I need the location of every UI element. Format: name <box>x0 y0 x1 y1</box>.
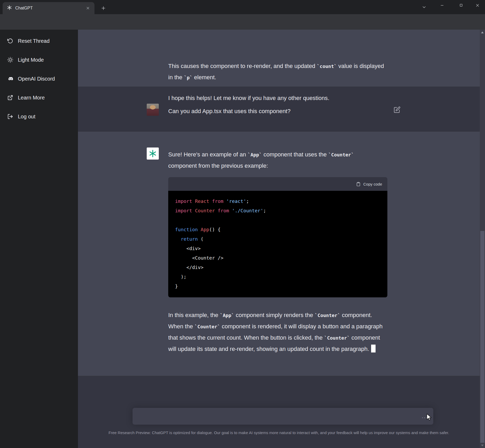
user-message: Can you add App.tsx that uses this compo… <box>78 87 480 131</box>
chat-main: This causes the component to re-render, … <box>78 30 480 448</box>
sidebar-item-learn-more[interactable]: Learn More <box>0 91 78 104</box>
streaming-cursor <box>371 345 376 352</box>
logout-icon <box>7 114 13 119</box>
copy-code-label: Copy code <box>363 182 382 186</box>
message-paragraph: Sure! Here's an example of an `App` comp… <box>168 149 384 171</box>
sidebar-item-openai-discord[interactable]: OpenAI Discord <box>0 72 78 85</box>
discord-icon <box>7 76 13 82</box>
message-text: Can you add App.tsx that uses this compo… <box>168 106 384 117</box>
scrollbar-up-arrow[interactable] <box>480 30 485 35</box>
code-block: Copy code import React from 'react';impo… <box>168 177 387 297</box>
sidebar: Reset Thread Light Mode OpenAI Discord L… <box>0 30 78 448</box>
composer-area: ... Free Research Preview: ChatGPT is op… <box>78 376 480 448</box>
message-paragraph: This causes the component to re-render, … <box>168 61 384 83</box>
new-tab-button[interactable] <box>99 3 108 13</box>
message-input-box[interactable]: ... <box>133 408 433 425</box>
chatgpt-page: Reset Thread Light Mode OpenAI Discord L… <box>0 30 485 448</box>
assistant-message-partial: This causes the component to re-render, … <box>78 30 480 87</box>
code-content: import React from 'react';import Counter… <box>168 191 387 297</box>
tab-search-button[interactable] <box>416 2 432 12</box>
sidebar-item-log-out[interactable]: Log out <box>0 110 78 123</box>
window-close-button[interactable] <box>470 0 485 10</box>
streaming-dots: ... <box>422 413 428 420</box>
browser-toolbar: chat.openai.com/chat V 14h <box>0 14 485 30</box>
sidebar-item-label: Log out <box>18 114 35 120</box>
sidebar-item-reset-thread[interactable]: Reset Thread <box>0 35 78 47</box>
browser-tab-strip: ChatGPT <box>0 0 485 14</box>
window-maximize-button[interactable] <box>453 0 469 10</box>
footer-disclaimer: Free Research Preview: ChatGPT is optimi… <box>80 429 478 436</box>
sidebar-item-label: Light Mode <box>18 57 44 63</box>
clipboard-icon <box>356 182 361 186</box>
window-minimize-button[interactable] <box>434 0 450 10</box>
message-paragraph: In this example, the `App` component sim… <box>168 310 384 355</box>
edit-message-button[interactable] <box>394 106 401 114</box>
scrollbar-thumb[interactable] <box>480 231 484 443</box>
message-text: In this example, the `App` component sim… <box>168 310 384 355</box>
sidebar-item-light-mode[interactable]: Light Mode <box>0 54 78 66</box>
sun-icon <box>7 57 13 63</box>
user-avatar <box>147 104 159 116</box>
page-scrollbar[interactable] <box>480 30 485 448</box>
external-link-icon <box>7 95 13 101</box>
assistant-avatar <box>147 147 159 160</box>
browser-tab-chatgpt[interactable]: ChatGPT <box>3 2 94 14</box>
edit-pencil-icon <box>394 106 400 113</box>
sidebar-item-label: OpenAI Discord <box>18 76 55 82</box>
copy-code-button[interactable]: Copy code <box>168 177 387 191</box>
tab-close-icon[interactable] <box>85 5 91 12</box>
message-text: Sure! Here's an example of an `App` comp… <box>168 149 384 171</box>
sidebar-item-label: Reset Thread <box>18 38 50 44</box>
openai-logo-icon <box>149 149 157 158</box>
assistant-message: Sure! Here's an example of an `App` comp… <box>78 131 480 376</box>
message-input[interactable] <box>133 408 433 425</box>
sidebar-item-label: Learn More <box>18 95 45 101</box>
tab-title: ChatGPT <box>15 6 81 10</box>
openai-favicon-icon <box>7 5 12 11</box>
reset-icon <box>7 38 13 44</box>
scrollbar-down-arrow[interactable] <box>480 443 485 448</box>
